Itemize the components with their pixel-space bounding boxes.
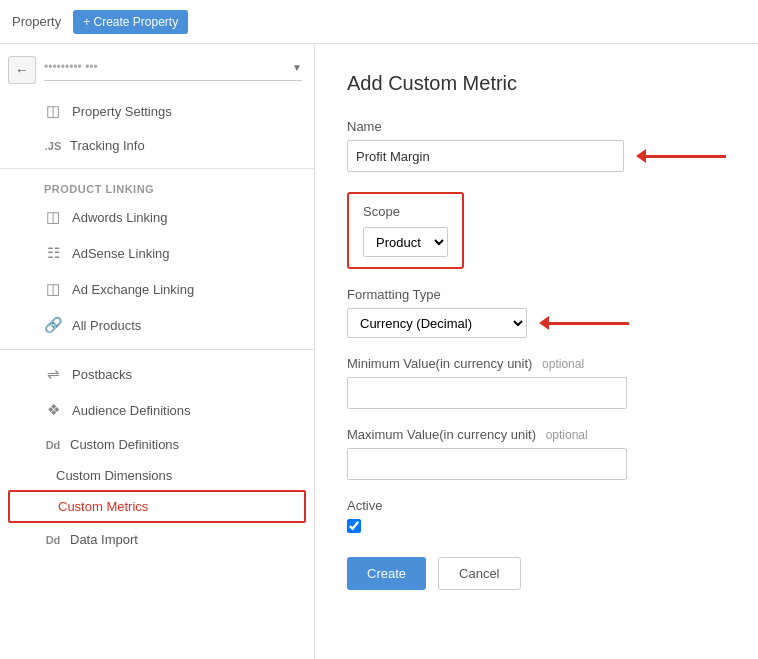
arrow-head-icon (636, 149, 646, 163)
product-linking-section: PRODUCT LINKING (0, 175, 314, 199)
sidebar-item-label: Custom Definitions (70, 437, 179, 452)
main-layout: ← ••••••••• ••• ▼ ◫ Property Settings .J… (0, 44, 758, 659)
divider-1 (0, 168, 314, 169)
chevron-down-icon: ▼ (292, 62, 302, 73)
sidebar-item-adwords[interactable]: ◫ Adwords Linking (0, 199, 314, 235)
active-label: Active (347, 498, 726, 513)
sidebar-item-label: Data Import (70, 532, 138, 547)
active-group: Active (347, 498, 726, 533)
formatting-row: Integer Currency (Decimal) Currency (Int… (347, 308, 726, 338)
sidebar-item-audience-definitions[interactable]: ❖ Audience Definitions (0, 392, 314, 428)
sidebar-item-label: Ad Exchange Linking (72, 282, 194, 297)
sidebar-item-ad-exchange[interactable]: ◫ Ad Exchange Linking (0, 271, 314, 307)
name-label: Name (347, 119, 726, 134)
sidebar-item-adsense[interactable]: ☷ AdSense Linking (0, 235, 314, 271)
min-value-input[interactable] (347, 377, 627, 409)
cancel-button[interactable]: Cancel (438, 557, 520, 590)
property-label: Property (12, 14, 61, 29)
property-settings-icon: ◫ (44, 102, 62, 120)
sidebar-item-all-products[interactable]: 🔗 All Products (0, 307, 314, 343)
content-area: Add Custom Metric Name Scope Hit Product… (315, 44, 758, 659)
create-button[interactable]: Create (347, 557, 426, 590)
arrow-line (646, 155, 726, 158)
sidebar-item-property-settings[interactable]: ◫ Property Settings (0, 93, 314, 129)
back-button[interactable]: ← (8, 56, 36, 84)
max-value-input[interactable] (347, 448, 627, 480)
min-value-group: Minimum Value(in currency unit) optional (347, 356, 726, 409)
sidebar-item-label: All Products (72, 318, 141, 333)
create-property-button[interactable]: + Create Property (73, 10, 188, 34)
sidebar-item-custom-metrics[interactable]: Custom Metrics (8, 490, 306, 523)
scope-box: Scope Hit Product Session User (347, 192, 464, 269)
active-checkbox-row (347, 519, 726, 533)
sidebar-item-label: Audience Definitions (72, 403, 191, 418)
adwords-icon: ◫ (44, 208, 62, 226)
divider-2 (0, 349, 314, 350)
formatting-type-group: Formatting Type Integer Currency (Decima… (347, 287, 726, 338)
scope-label: Scope (363, 204, 448, 219)
name-input[interactable] (347, 140, 624, 172)
sidebar-item-label: Postbacks (72, 367, 132, 382)
sidebar-item-label: AdSense Linking (72, 246, 170, 261)
arrow-head-icon-2 (539, 316, 549, 330)
max-value-label: Maximum Value(in currency unit) optional (347, 427, 726, 442)
scope-select[interactable]: Hit Product Session User (363, 227, 448, 257)
postbacks-icon: ⇌ (44, 365, 62, 383)
custom-metrics-label: Custom Metrics (58, 499, 148, 514)
sidebar-item-postbacks[interactable]: ⇌ Postbacks (0, 356, 314, 392)
active-checkbox[interactable] (347, 519, 361, 533)
adsense-icon: ☷ (44, 244, 62, 262)
name-group: Name (347, 119, 726, 172)
arrow-indicator-1 (636, 149, 726, 163)
page-title: Add Custom Metric (347, 72, 726, 95)
ad-exchange-icon: ◫ (44, 280, 62, 298)
sidebar: ← ••••••••• ••• ▼ ◫ Property Settings .J… (0, 44, 315, 659)
sidebar-item-custom-definitions[interactable]: Dd Custom Definitions (0, 428, 314, 461)
sidebar-item-custom-dimensions[interactable]: Custom Dimensions (0, 461, 314, 490)
custom-dimensions-label: Custom Dimensions (56, 468, 172, 483)
button-row: Create Cancel (347, 557, 726, 590)
custom-definitions-icon: Dd (44, 439, 62, 451)
arrow-indicator-2 (539, 316, 629, 330)
sidebar-item-tracking-info[interactable]: .JS Tracking Info (0, 129, 314, 162)
top-bar: Property + Create Property (0, 0, 758, 44)
property-dropdown-text: ••••••••• ••• (44, 60, 98, 74)
data-import-icon: Dd (44, 534, 62, 546)
arrow-line-2 (549, 322, 629, 325)
tracking-info-icon: .JS (44, 140, 62, 152)
scope-group: Scope Hit Product Session User (347, 190, 726, 269)
audience-icon: ❖ (44, 401, 62, 419)
min-value-label: Minimum Value(in currency unit) optional (347, 356, 726, 371)
all-products-icon: 🔗 (44, 316, 62, 334)
sidebar-item-label: Tracking Info (70, 138, 145, 153)
formatting-type-label: Formatting Type (347, 287, 726, 302)
sidebar-item-data-import[interactable]: Dd Data Import (0, 523, 314, 556)
sidebar-item-label: Property Settings (72, 104, 172, 119)
sidebar-item-label: Adwords Linking (72, 210, 167, 225)
property-dropdown[interactable]: ••••••••• ••• ▼ (44, 60, 302, 81)
formatting-type-select[interactable]: Integer Currency (Decimal) Currency (Int… (347, 308, 527, 338)
max-value-group: Maximum Value(in currency unit) optional (347, 427, 726, 480)
name-row (347, 140, 726, 172)
